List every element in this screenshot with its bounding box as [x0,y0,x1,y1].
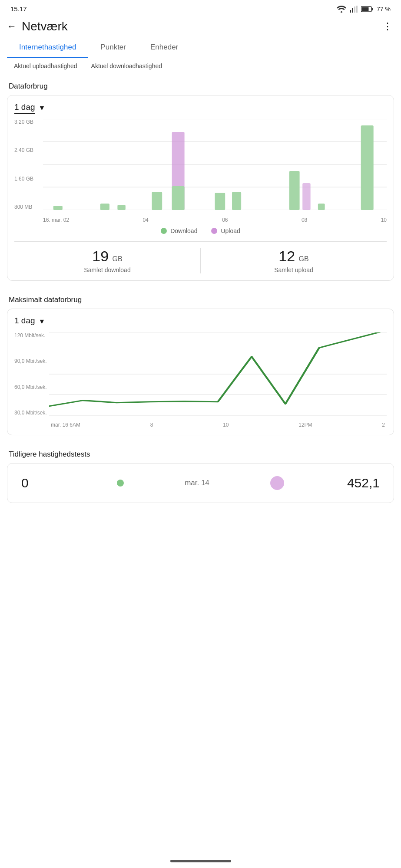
prev-test-purple-dot [270,476,284,490]
y-label-1: 1,60 GB [14,176,41,182]
home-indicator [170,860,231,862]
svg-rect-1 [352,8,353,13]
dataforbrug-label: Dataforbrug [0,74,401,95]
line-x-0: mar. 16 6AM [51,422,80,428]
prev-test-date: mar. 14 [185,479,209,487]
signal-icon [350,6,358,13]
x-label-3: 08 [302,217,307,223]
prev-test-row[interactable]: 0 mar. 14 452,1 [14,470,387,496]
line-x-2: 10 [223,422,229,428]
header: ← Netværk ⋮ [0,16,401,37]
page-title: Netværk [22,20,68,33]
maks-dropdown-arrow-icon[interactable]: ▼ [39,318,46,326]
dropdown-arrow-icon[interactable]: ▼ [39,104,46,112]
legend-download: Download [161,227,197,234]
stat-download-unit: GB [113,255,123,263]
line-y-2: 90,0 Mbit/sek. [14,358,48,364]
line-y-3: 120 Mbit/sek. [14,332,48,339]
svg-rect-18 [215,193,225,210]
stat-download: 19 GB Samlet download [14,248,200,273]
stat-upload-num: 12 [278,248,295,264]
svg-rect-6 [362,7,369,11]
x-label-2: 06 [222,217,228,223]
maksimalt-label: Maksimalt dataforbrug [0,288,401,309]
battery-pct: 77 % [377,6,391,13]
prev-test-green-dot [117,480,124,487]
svg-rect-21 [302,183,310,210]
legend-upload: Upload [211,227,240,234]
y-label-0: 800 MB [14,204,41,210]
more-button[interactable]: ⋮ [383,21,392,32]
line-x-3: 12PM [298,422,312,428]
y-axis-labels: 800 MB 1,60 GB 2,40 GB 3,20 GB [14,119,41,210]
legend-download-label: Download [170,227,197,234]
svg-rect-2 [354,7,355,13]
svg-rect-14 [117,205,125,210]
previous-tests-card: 0 mar. 14 452,1 [7,463,394,503]
bar-chart-svg [43,119,387,210]
tab-enheder[interactable]: Enheder [138,37,190,58]
y-label-2: 2,40 GB [14,147,41,153]
line-chart-inner [49,332,387,416]
svg-rect-13 [100,204,109,210]
line-x-axis: mar. 16 6AM 8 10 12PM 2 [49,417,387,428]
stat-download-num: 19 [92,248,109,264]
svg-rect-15 [152,192,162,210]
line-x-1: 8 [150,422,153,428]
maks-dropdown-row[interactable]: 1 dag ▼ [14,316,387,327]
stat-download-desc: Samlet download [14,266,200,273]
dropdown-row[interactable]: 1 dag ▼ [14,102,387,114]
bar-chart-area: 800 MB 1,60 GB 2,40 GB 3,20 GB [14,119,387,223]
bottom-bar [0,854,401,868]
y-label-3: 3,20 GB [14,119,41,125]
x-label-1: 04 [143,217,148,223]
wifi-icon [337,6,346,13]
x-label-4: 10 [381,217,387,223]
dataforbrug-card: 1 dag ▼ 800 MB 1,60 GB 2,40 GB 3,20 GB [7,95,394,281]
stat-upload-desc: Samlet upload [201,266,387,273]
svg-rect-20 [289,171,300,210]
chart-legend: Download Upload [14,227,387,234]
svg-rect-0 [350,10,351,13]
dropdown-value[interactable]: 1 dag [14,102,35,114]
line-y-axis: 30,0 Mbit/sek. 60,0 Mbit/sek. 90,0 Mbit/… [14,332,48,416]
line-chart-svg [49,332,387,416]
legend-download-dot [161,228,167,234]
svg-rect-19 [232,192,241,210]
status-bar: 15.17 77 % [0,0,401,16]
legend-upload-dot [211,228,217,234]
stat-upload: 12 GB Samlet upload [200,248,387,273]
line-y-0: 30,0 Mbit/sek. [14,410,48,416]
previous-tests-label: Tidligere hastighedstests [0,442,401,463]
svg-rect-23 [361,125,374,210]
svg-rect-12 [53,206,63,210]
x-axis-labels: 16. mar. 02 04 06 08 10 [43,211,387,223]
x-label-0: 16. mar. 02 [43,217,69,223]
bar-chart-inner [43,119,387,210]
tab-punkter[interactable]: Punkter [88,37,138,58]
status-icons: 77 % [337,6,391,13]
maksimalt-card: 1 dag ▼ 30,0 Mbit/sek. 60,0 Mbit/sek. 90… [7,309,394,435]
battery-icon [361,6,373,12]
svg-rect-17 [172,186,185,210]
line-chart-area: 30,0 Mbit/sek. 60,0 Mbit/sek. 90,0 Mbit/… [14,332,387,428]
legend-upload-label: Upload [221,227,240,234]
sub-tab-download[interactable]: Aktuel downloadhastighed [84,58,169,74]
stats-row: 19 GB Samlet download 12 GB Samlet uploa… [14,241,387,273]
stat-upload-unit: GB [299,255,309,263]
tab-bar: Internethastighed Punkter Enheder [0,37,401,58]
sub-tab-bar: Aktuel uploadhastighed Aktuel downloadha… [7,58,394,74]
status-time: 15.17 [10,5,27,13]
prev-test-right: 452,1 [345,476,380,490]
svg-rect-5 [372,8,373,10]
line-y-1: 60,0 Mbit/sek. [14,384,48,390]
back-button[interactable]: ← [7,21,17,32]
maks-dropdown-value[interactable]: 1 dag [14,316,35,327]
svg-rect-3 [356,6,358,13]
prev-test-left: 0 [21,476,56,490]
svg-rect-22 [318,204,325,210]
sub-tab-upload[interactable]: Aktuel uploadhastighed [7,58,84,74]
line-x-4: 2 [382,422,385,428]
tab-internet[interactable]: Internethastighed [7,37,88,58]
